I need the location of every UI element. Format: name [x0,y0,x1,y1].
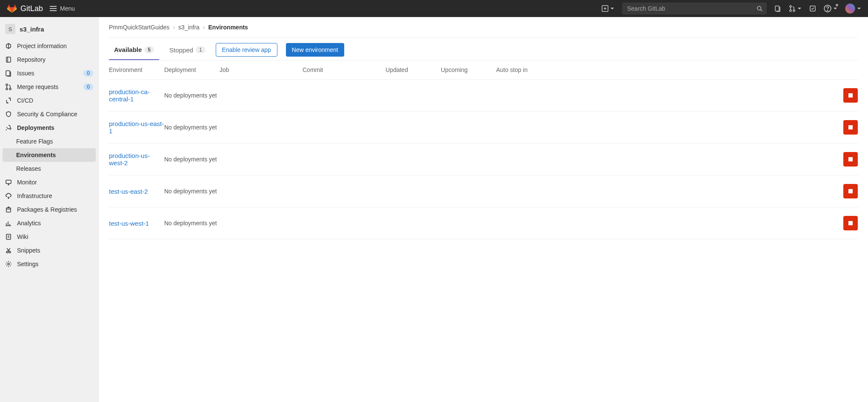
notification-dot [836,4,838,6]
monitor-icon [5,179,12,186]
hamburger-icon [50,5,57,12]
sidebar-item-label: Wiki [17,233,28,240]
sidebar-item-label: Monitor [17,179,37,186]
svg-point-10 [790,10,791,11]
sidebar-item-label: Settings [17,261,39,267]
stop-environment-button[interactable] [843,88,858,103]
environment-link[interactable]: test-us-east-2 [109,188,148,195]
help-dropdown[interactable] [824,5,837,12]
breadcrumbs: PmmQuickStartGuides›s3_infra›Environment… [109,24,858,38]
sidebar-item-merge-requests[interactable]: Merge requests0 [0,80,98,94]
badge-count: 0 [83,70,93,77]
new-environment-button[interactable]: New environment [286,43,344,57]
environment-row: production-ca-central-1No deployments ye… [109,80,858,112]
environment-link[interactable]: production-us-west-2 [109,152,150,167]
menu-label: Menu [60,5,75,12]
header-deployment: Deployment [164,66,220,73]
sidebar-item-label: Deployments [17,124,54,131]
sidebar-item-monitor[interactable]: Monitor [0,175,98,189]
sidebar-item-issues[interactable]: Issues0 [0,66,98,80]
menu-toggle[interactable]: Menu [50,5,75,12]
stop-icon [848,93,853,98]
project-avatar: S [5,24,15,34]
settings-icon [5,261,12,267]
environment-link[interactable]: production-us-east-1 [109,120,164,135]
packages-icon [5,206,12,213]
sidebar-sub-releases[interactable]: Releases [0,162,98,175]
sidebar-item-deployments[interactable]: Deployments [0,121,98,135]
issues-icon [5,70,12,77]
environment-row: production-us-west-2No deployments yet [109,144,858,175]
sidebar-item-wiki[interactable]: Wiki [0,230,98,244]
merge-icon [789,5,796,12]
search-input[interactable] [622,3,767,14]
mr-icon [5,83,12,90]
environment-row: test-us-west-1No deployments yet [109,207,858,239]
sidebar-item-security-compliance[interactable]: Security & Compliance [0,107,98,121]
svg-rect-1 [50,8,57,9]
svg-point-6 [757,6,761,10]
deployment-status: No deployments yet [164,92,843,99]
new-dropdown[interactable] [602,5,614,12]
header-commit: Commit [303,66,385,73]
sidebar-item-settings[interactable]: Settings [0,257,98,271]
svg-point-20 [9,88,11,90]
sidebar-item-infrastructure[interactable]: Infrastructure [0,189,98,203]
merge-requests-shortcut[interactable] [789,5,802,12]
deployment-status: No deployments yet [164,156,843,163]
sidebar-item-ci-cd[interactable]: CI/CD [0,94,98,107]
header-upcoming: Upcoming [441,66,496,73]
stop-environment-button[interactable] [843,216,858,230]
sidebar-item-packages-registries[interactable]: Packages & Registries [0,203,98,216]
snippets-icon [5,247,12,254]
breadcrumb-item[interactable]: s3_infra [178,24,200,31]
environment-link[interactable]: production-ca-central-1 [109,88,150,103]
stop-icon [848,221,853,225]
environment-row: test-us-east-2No deployments yet [109,175,858,207]
sidebar-item-snippets[interactable]: Snippets [0,244,98,257]
breadcrumb-item: Environments [208,24,248,31]
sidebar-item-label: Snippets [17,247,40,254]
breadcrumb-separator: › [203,24,205,31]
tab-badge: 1 [196,46,206,53]
repo-icon [5,56,12,63]
stop-environment-button[interactable] [843,184,858,198]
sidebar-sub-feature-flags[interactable]: Feature Flags [0,135,98,148]
sidebar-item-label: Issues [17,70,34,77]
tab-label: Stopped [169,46,193,54]
deployment-status: No deployments yet [164,124,843,131]
todos-shortcut[interactable] [809,5,816,12]
header-updated: Updated [385,66,441,73]
project-header[interactable]: S s3_infra [0,20,98,39]
deployment-status: No deployments yet [164,220,843,227]
breadcrumb-item[interactable]: PmmQuickStartGuides [109,24,169,31]
sidebar-item-repository[interactable]: Repository [0,53,98,66]
svg-rect-8 [775,6,779,11]
shield-icon [5,111,12,118]
environment-row: production-us-east-1No deployments yet [109,112,858,144]
avatar [845,3,855,14]
sidebar-item-project-information[interactable]: Project information [0,39,98,53]
svg-rect-2 [50,10,57,11]
tab-available[interactable]: Available 5 [109,40,159,60]
svg-point-11 [793,10,795,11]
enable-review-app-button[interactable]: Enable review app [216,43,277,57]
issues-shortcut[interactable] [774,5,781,12]
stop-environment-button[interactable] [843,120,858,135]
search-icon [757,6,762,11]
stop-environment-button[interactable] [843,152,858,167]
tab-label: Available [114,46,142,53]
tab-stopped[interactable]: Stopped 1 [164,40,211,60]
sidebar-item-analytics[interactable]: Analytics [0,216,98,230]
svg-point-36 [8,263,9,265]
environment-link[interactable]: test-us-west-1 [109,220,149,227]
chevron-down-icon [857,6,861,11]
stop-icon [848,189,853,193]
wiki-icon [5,233,12,240]
svg-point-18 [6,84,8,86]
svg-point-32 [6,251,8,253]
gitlab-logo[interactable]: GitLab [7,3,43,14]
sidebar-sub-environments[interactable]: Environments [3,148,96,162]
user-menu[interactable] [845,3,861,14]
sidebar-item-label: Repository [17,56,46,63]
